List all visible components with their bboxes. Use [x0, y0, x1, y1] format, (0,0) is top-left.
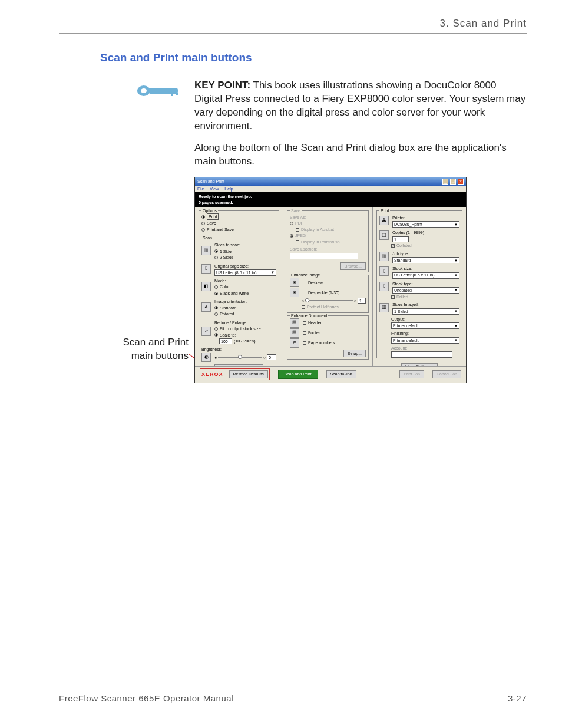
printer-dropdown[interactable]: DC8080_Pprint▼	[392, 221, 459, 228]
header-label: Header	[308, 320, 322, 325]
scan-to-job-button[interactable]: Scan to Job	[326, 370, 356, 378]
save-group: Save Save As: PDF Display in Acrobat JPE…	[287, 210, 369, 273]
finishing-dropdown[interactable]: Printer default▼	[391, 337, 459, 344]
saveas-label: Save As:	[290, 215, 366, 220]
jobtype-label: Job type:	[392, 251, 459, 256]
jobtype-dropdown[interactable]: Standard▼	[392, 257, 459, 263]
protect-chk[interactable]	[302, 305, 305, 309]
opt-save-label: Save	[207, 220, 216, 226]
dialog-title: Scan and Print	[197, 179, 224, 184]
mode-label: Mode:	[214, 278, 249, 284]
disp-acro-label: Display in Acrobat	[301, 227, 334, 232]
jpeg-radio[interactable]	[290, 234, 293, 238]
drilled-chk[interactable]	[391, 295, 395, 299]
section-title: Scan and Print main buttons	[100, 51, 527, 67]
despeckle-chk[interactable]	[303, 291, 306, 294]
side1-radio[interactable]	[214, 249, 218, 253]
stocktype-dropdown[interactable]: Uncoated▼	[392, 287, 459, 294]
orient-std-label: Standard	[220, 305, 236, 311]
jobtype-icon: ▥	[379, 252, 389, 261]
deskew-icon: ◈	[290, 278, 299, 287]
pdf-radio[interactable]	[290, 222, 293, 225]
setup-button[interactable]: Setup...	[343, 350, 366, 357]
fit-radio[interactable]	[214, 327, 218, 331]
account-label: Account:	[391, 345, 459, 351]
disp-acro-chk[interactable]	[296, 228, 299, 232]
deskew-label: Deskew	[308, 280, 323, 285]
pagesize-icon: ▯	[201, 264, 211, 274]
footer-icon: ▤	[290, 328, 299, 338]
disp-paint-label: Display in Paintbrush	[301, 239, 340, 245]
pdf-label: PDF	[295, 220, 303, 226]
scan-and-print-button[interactable]: Scan and Print	[278, 370, 318, 378]
svg-rect-3	[171, 93, 173, 96]
key-icon	[135, 81, 183, 103]
mode-bw-radio[interactable]	[214, 292, 218, 295]
collated-chk[interactable]	[391, 244, 395, 248]
scaleto-radio[interactable]	[214, 333, 218, 337]
header-icon: ▤	[290, 318, 299, 328]
finishing-label: Finishing:	[391, 331, 459, 336]
mode-icon: ◧	[201, 282, 211, 291]
minimize-button[interactable]: _	[442, 179, 448, 185]
jpeg-label: JPEG	[295, 233, 306, 238]
maximize-button[interactable]: □	[450, 179, 456, 185]
dialog-titlebar: Scan and Print _ □ ×	[195, 177, 466, 186]
dialog-bottom-bar: XEROX Restore Defaults Scan and Print Sc…	[195, 366, 466, 383]
despeckle-value[interactable]: 1	[358, 298, 366, 304]
print-group: Print 🖶 Printer: DC8080_Pprint▼ ◫	[376, 210, 462, 359]
stocktype-icon: ▯	[379, 282, 389, 291]
browse-button[interactable]: Browse...	[340, 262, 366, 270]
collated-label: Collated	[396, 243, 412, 248]
menu-view[interactable]: View	[210, 187, 219, 191]
sidesimaged-label: Sides Imaged:	[392, 302, 459, 307]
menu-file[interactable]: File	[197, 187, 204, 191]
svg-rect-4	[176, 93, 178, 95]
despeckle-slider[interactable]	[305, 300, 353, 301]
sidesimaged-icon: ▥	[379, 303, 389, 312]
cancel-job-button[interactable]: Cancel Job	[432, 370, 461, 378]
restore-defaults-button[interactable]: Restore Defaults	[229, 370, 268, 378]
side1-label: 1 Side	[220, 249, 232, 254]
orient-std-radio[interactable]	[214, 306, 218, 309]
deskew-chk[interactable]	[303, 281, 306, 284]
menu-help[interactable]: Help	[224, 187, 233, 191]
doc-legend: Enhance Document	[290, 313, 328, 318]
side2-radio[interactable]	[214, 256, 218, 259]
scale-input[interactable]: 100	[219, 338, 232, 344]
options-legend: Options	[201, 208, 218, 213]
opt-print-radio[interactable]	[201, 215, 205, 219]
copies-input[interactable]: 1	[392, 236, 409, 242]
header-chk[interactable]	[303, 321, 306, 325]
ops-dropdown[interactable]: US Letter (8.5 x 11 in)▼	[214, 269, 276, 276]
output-dropdown[interactable]: Printer default▼	[391, 322, 459, 329]
sidesimaged-dropdown[interactable]: 1 Sided▼	[392, 308, 459, 315]
pageno-chk[interactable]	[303, 341, 306, 345]
print-job-button[interactable]: Print Job	[399, 370, 424, 378]
enhance-doc-group: Enhance Document ▤Header ▤Footer #Page n…	[287, 315, 369, 360]
intro-paragraph: Along the bottom of the Scan and Print d…	[194, 141, 527, 169]
brightness-value[interactable]: 0	[267, 354, 276, 360]
sides-icon: ▥	[201, 246, 211, 255]
mode-color-radio[interactable]	[214, 285, 218, 289]
close-button[interactable]: ×	[458, 179, 464, 185]
mode-color-label: Color	[220, 284, 230, 289]
account-input[interactable]	[391, 351, 452, 358]
status-band: Ready to scan the next job. 0 pages scan…	[195, 192, 466, 207]
footer-chk[interactable]	[303, 331, 306, 335]
footer-label: Footer	[308, 330, 320, 335]
opt-printsave-radio[interactable]	[201, 228, 205, 232]
xerox-logo: XEROX	[201, 371, 223, 378]
saveloc-input[interactable]	[290, 253, 358, 259]
scan-legend: Scan	[201, 235, 213, 241]
scan-group: Scan ▥ Sides to scan: 1 Side 2 Sides ▯	[199, 238, 279, 375]
printer-label: Printer:	[392, 215, 459, 220]
brightness-icon: ◐	[201, 353, 211, 362]
saveloc-label: Save Location:	[290, 246, 366, 252]
stocksize-dropdown[interactable]: US Letter (8.5 x 11 in)▼	[392, 272, 459, 279]
opt-save-radio[interactable]	[201, 222, 205, 225]
brightness-slider[interactable]	[218, 357, 262, 358]
despeckle-label: Despeckle (1-30):	[308, 290, 340, 295]
disp-paint-chk[interactable]	[296, 240, 299, 243]
orient-rot-radio[interactable]	[214, 312, 218, 316]
